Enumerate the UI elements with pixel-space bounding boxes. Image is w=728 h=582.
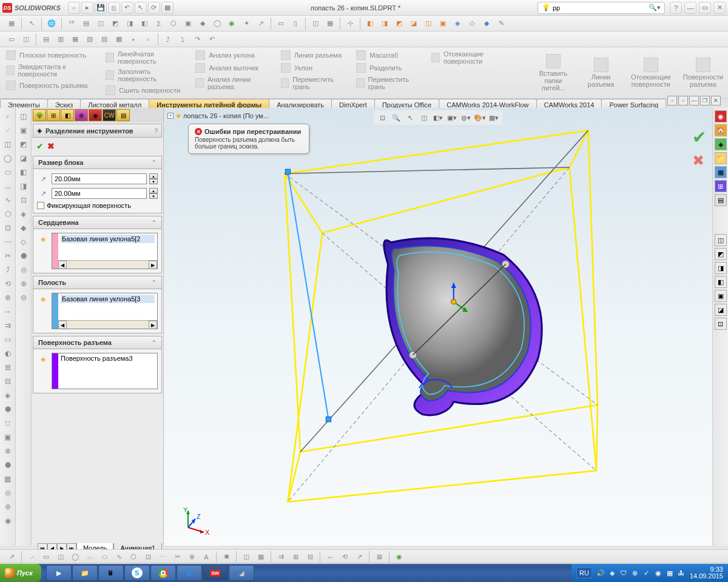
tray-icon[interactable]: ◈ xyxy=(607,568,617,578)
help-button[interactable]: ? xyxy=(670,2,682,14)
view-cube-icon[interactable]: ◧ xyxy=(363,17,377,30)
side-tool[interactable]: ⊞ xyxy=(2,361,14,373)
fm-tab-tree[interactable]: 🌳 xyxy=(33,109,46,121)
tool[interactable]: ◫ xyxy=(54,550,67,564)
side-tool[interactable]: ◩ xyxy=(715,248,727,260)
interlock-checkbox[interactable] xyxy=(37,202,44,209)
side-tool[interactable]: ⊡ xyxy=(715,318,727,330)
tool[interactable]: ⊠ xyxy=(372,550,386,564)
side-tool[interactable]: ⊕ xyxy=(2,292,14,304)
view-cube-icon[interactable]: ▣ xyxy=(436,17,450,30)
ribbon-draft-analysis[interactable]: Анализ уклона xyxy=(194,50,267,61)
taskpane-forum[interactable]: ▤ xyxy=(715,194,727,206)
minimize-button[interactable]: — xyxy=(684,2,696,14)
view-cube-icon[interactable]: ◫ xyxy=(422,17,435,30)
side-tool[interactable]: ⌓ xyxy=(2,180,14,192)
side-tool[interactable]: ▭ xyxy=(2,333,14,346)
tool-icon[interactable]: ◫ xyxy=(19,33,33,46)
fm-tab-display[interactable]: ◉ xyxy=(89,109,102,121)
view-cube-icon[interactable]: ◆ xyxy=(480,17,493,30)
tool-icon[interactable]: ◫ xyxy=(94,17,107,30)
ribbon-knit-surface[interactable]: Сшить поверхности xyxy=(104,85,182,96)
mdi-icon2[interactable]: ▫ xyxy=(678,96,688,105)
spin-down[interactable]: ▼ xyxy=(149,179,158,184)
tool[interactable]: ↗ xyxy=(352,550,366,564)
scroll-track[interactable] xyxy=(67,261,149,269)
tool[interactable]: ⇉ xyxy=(274,550,288,564)
pencil-icon[interactable]: ✎ xyxy=(494,17,508,30)
parting-list-item[interactable]: Поверхность разъема3 xyxy=(61,355,155,362)
tool[interactable]: ⬡ xyxy=(127,550,140,564)
scroll-left[interactable]: ◀ xyxy=(58,321,67,329)
taskbar-wmp[interactable]: ▶ xyxy=(46,565,72,581)
side-tool[interactable]: ✂ xyxy=(2,250,14,262)
side-tool[interactable]: ◇ xyxy=(18,236,30,248)
ribbon-draft[interactable]: Уклон xyxy=(280,62,343,73)
taskpane-resources[interactable]: ◉ xyxy=(715,110,727,122)
side-tool[interactable]: ◐ xyxy=(2,347,14,360)
side-tool[interactable]: ◈ xyxy=(18,208,30,220)
side-tool[interactable]: ▦ xyxy=(2,473,14,485)
tool[interactable]: ⊞ xyxy=(289,550,302,564)
cancel-button[interactable]: ✖ xyxy=(47,141,55,151)
taskpane-appearances[interactable]: ▦ xyxy=(715,166,727,178)
fm-tab-cw[interactable]: CW xyxy=(103,109,116,121)
tool-icon[interactable]: ▦ xyxy=(69,33,82,46)
side-tool[interactable]: ⟋ xyxy=(2,124,14,136)
tool-icon[interactable]: ↷ xyxy=(190,33,204,46)
tool-icon[interactable]: ◆ xyxy=(196,17,209,30)
taskbar-calc[interactable]: 🖩 xyxy=(98,565,124,581)
side-tool[interactable]: ↔ xyxy=(2,306,14,318)
side-tool[interactable]: □ xyxy=(2,417,14,429)
tool[interactable]: ⊕ xyxy=(185,550,198,564)
tool-icon[interactable]: ▭ xyxy=(274,17,288,30)
tray-icon[interactable]: ▦ xyxy=(665,568,675,578)
tool-icon[interactable]: ▤ xyxy=(79,17,93,30)
taskbar-skype[interactable]: S xyxy=(124,565,150,581)
side-tool[interactable]: ⬢ xyxy=(2,403,14,415)
start-button[interactable]: Пуск xyxy=(0,564,41,582)
side-tool[interactable]: ⊟ xyxy=(2,375,14,387)
tool[interactable]: ∿ xyxy=(112,550,126,564)
tool-icon[interactable]: ◧ xyxy=(138,17,151,30)
ribbon-planar-surface[interactable]: Плоская поверхность xyxy=(5,50,92,61)
side-tool[interactable]: ∿ xyxy=(2,194,14,206)
tool[interactable]: ✂ xyxy=(170,550,184,564)
scroll-left[interactable]: ◀ xyxy=(58,261,67,269)
tool-icon[interactable]: ▤ xyxy=(39,33,53,46)
side-tool[interactable]: ⤴ xyxy=(2,264,14,276)
side-tool[interactable]: ▣ xyxy=(715,290,727,302)
new-button[interactable]: ▫ xyxy=(68,2,80,14)
side-tool[interactable]: ◪ xyxy=(715,304,727,316)
view-cube-icon[interactable]: ◨ xyxy=(378,17,391,30)
ribbon-undercut-analysis[interactable]: Анализ выточек xyxy=(194,62,267,73)
graphics-viewport[interactable]: + ◈ лопасть 26 - копия (По ум... ⊡ 🔍 ↖ ◫… xyxy=(164,108,712,546)
axis-icon[interactable]: ⊹ xyxy=(343,17,357,30)
view-cube-icon[interactable]: ◪ xyxy=(407,17,420,30)
taskbar-chrome[interactable] xyxy=(150,565,176,581)
side-tool[interactable]: ◯ xyxy=(2,152,14,164)
fm-tab-config[interactable]: ◧ xyxy=(61,109,74,121)
side-tool[interactable]: ◈ xyxy=(2,389,14,401)
ribbon-move-face2[interactable]: Переместить грань xyxy=(355,75,418,91)
view-cube-icon[interactable]: ◩ xyxy=(393,17,406,30)
mdi-close[interactable]: ✕ xyxy=(711,96,721,105)
tool[interactable]: ↔ xyxy=(323,550,337,564)
tool-icon[interactable]: ◯ xyxy=(211,17,224,30)
search-input[interactable] xyxy=(553,4,649,12)
side-tool[interactable]: ▣ xyxy=(2,431,14,443)
tool[interactable]: ⊟ xyxy=(303,550,317,564)
undo-button[interactable]: ↶ xyxy=(121,2,133,14)
side-tool[interactable]: ◆ xyxy=(18,222,30,234)
tray-icon[interactable]: ◉ xyxy=(653,568,663,578)
fm-tab-extra[interactable]: ▤ xyxy=(116,109,130,121)
view-cube-icon[interactable]: ◈ xyxy=(451,17,464,30)
side-tool[interactable]: ◩ xyxy=(18,138,30,150)
tray-shield-icon[interactable]: 🛡 xyxy=(619,568,629,578)
search-box[interactable]: 💡 🔍▾ xyxy=(538,2,665,14)
block-dim1-input[interactable] xyxy=(52,173,147,184)
tool-icon[interactable]: ↶ xyxy=(205,33,218,46)
taskpane-design-library[interactable]: 🏠 xyxy=(715,124,727,136)
tool[interactable]: ▦ xyxy=(254,550,268,564)
side-tool[interactable]: ◧ xyxy=(715,276,727,288)
